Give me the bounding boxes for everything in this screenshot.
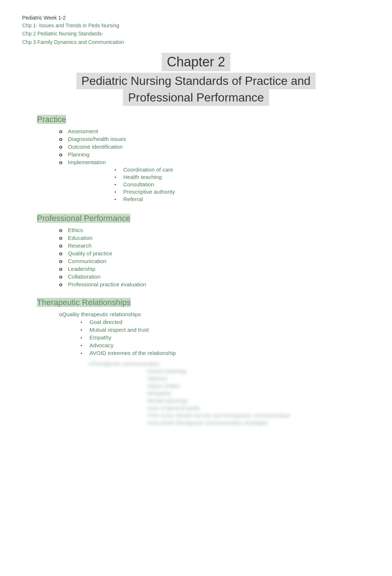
list-item: ▪ Empathy <box>80 334 176 341</box>
list-item: ▪ AVOID extremes of the relationship <box>80 350 176 356</box>
list-item: o Quality therapeutic relationships ▪ Go… <box>59 311 370 358</box>
list-item: o Assessment <box>59 128 370 134</box>
list-item-implementation: o Implementation ▪ Coordination of care … <box>59 159 370 203</box>
list-item: o Communication <box>59 258 370 264</box>
list-item: ▪ Goal directed <box>80 319 176 325</box>
list-item: ▪ Referral <box>114 196 175 202</box>
list-item: o Outcome identification <box>59 144 370 150</box>
chapter-subtitle2: Professional Performance <box>128 91 264 104</box>
list-item: o Research <box>59 242 370 249</box>
chapter-title-block: Chapter 2 Pediatric Nursing Standards of… <box>22 53 370 106</box>
professional-performance-section: Professional Performance o Ethics o Educ… <box>22 214 370 287</box>
professional-performance-list: o Ethics o Education o Research o Qualit… <box>59 227 370 287</box>
practice-section: Practice o Assessment o Diagnosis/health… <box>22 115 370 203</box>
page-title: Pediatric Week 1-2 <box>22 15 370 21</box>
link-chp3[interactable]: Chp 3 Family Dynamics and Communication <box>22 38 370 46</box>
list-item: o Professional practice evaluation <box>59 281 370 287</box>
blurred-content: o Therapeutic communication ▪ Active lis… <box>52 361 370 427</box>
list-item: ▪ Use of general leads <box>147 405 290 411</box>
list-item: o Planning <box>59 151 370 158</box>
quality-tr-subitems: ▪ Goal directed ▪ Mutual respect and tru… <box>80 319 176 356</box>
list-item: ▪ Health teaching <box>114 174 175 180</box>
practice-list: o Assessment o Diagnosis/health issues o… <box>59 128 370 203</box>
implementation-subitems: ▪ Coordination of care ▪ Health teaching… <box>114 166 175 202</box>
list-item: o Ethics <box>59 227 370 233</box>
link-chp2[interactable]: Chp 2 Pediatric Nursing Standards- <box>22 30 370 38</box>
list-item: o Collaboration <box>59 273 370 280</box>
list-item: ▪ Consultation <box>114 181 175 187</box>
list-item: ▪ Active listening <box>147 368 290 374</box>
chapter-subtitle: Pediatric Nursing Standards of Practice … <box>82 74 311 87</box>
list-item: o Education <box>59 235 370 241</box>
list-item: ▪ Silence <box>147 375 290 382</box>
list-item: o Therapeutic communication ▪ Active lis… <box>89 361 370 427</box>
list-item: ▪ The nurse should not use non-therapeut… <box>147 412 290 418</box>
list-item: ▪ Mutual respect and trust <box>80 327 176 333</box>
page-header: Pediatric Week 1-2 Chp 1- Issues and Tre… <box>22 15 370 46</box>
therapeutic-relationships-heading: Therapeutic Relationships <box>37 298 370 307</box>
list-item: ▪ Broad openings <box>147 397 290 404</box>
chapter-number: Chapter 2 <box>167 54 225 69</box>
list-item: ▪ Advocacy <box>80 342 176 348</box>
list-item: o Diagnosis/health issues <box>59 136 370 142</box>
link-chp1[interactable]: Chp 1- Issues and Trends in Peds Nursing <box>22 21 370 30</box>
list-item: ▪ Use active therapeutic communication s… <box>147 420 290 426</box>
practice-heading: Practice <box>37 115 370 124</box>
therapeutic-relationships-list: o Quality therapeutic relationships ▪ Go… <box>59 311 370 358</box>
list-item: ▪ Coordination of care <box>114 166 175 173</box>
professional-performance-heading: Professional Performance <box>37 214 370 223</box>
therapeutic-relationships-section: Therapeutic Relationships o Quality ther… <box>22 298 370 427</box>
list-item: ▪ Empathy <box>147 390 290 396</box>
list-item: o Quality of practice <box>59 250 370 256</box>
list-item: ▪ Prescriptive authority <box>114 189 175 195</box>
list-item: o Leadership <box>59 266 370 272</box>
list-item: ▪ Open ended <box>147 383 290 389</box>
